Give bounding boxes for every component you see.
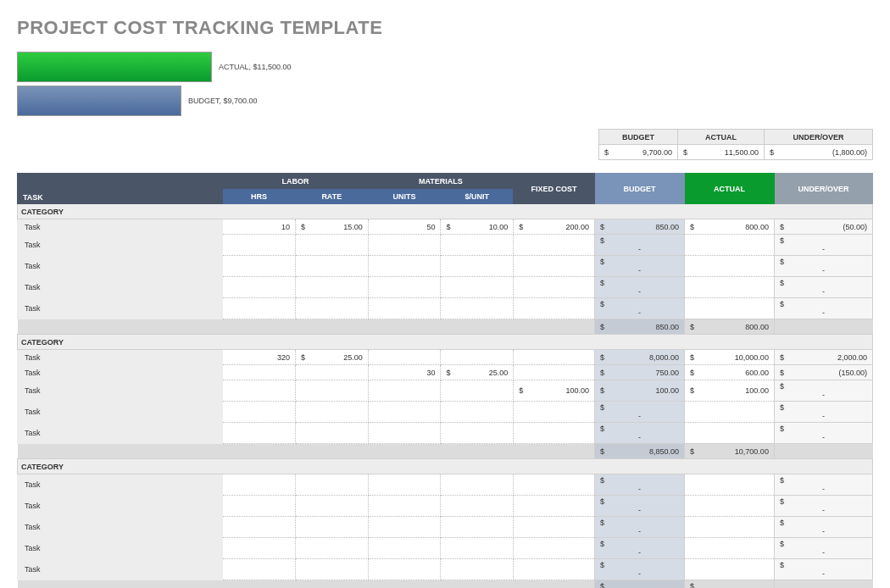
cell-rate[interactable] (295, 538, 368, 559)
cell-actual[interactable]: $600.00 (684, 365, 774, 380)
cell-budget: $- (595, 256, 685, 277)
cell-fixed[interactable] (514, 423, 595, 444)
cell-units[interactable] (368, 559, 441, 580)
cell-actual[interactable] (684, 256, 774, 277)
cell-units[interactable] (368, 350, 441, 365)
cell-perunit[interactable] (441, 402, 514, 423)
cell-units[interactable] (368, 423, 441, 444)
cell-rate[interactable]: $15.00 (295, 219, 368, 235)
subtotal-actual: $800.00 (684, 319, 774, 335)
cell-rate[interactable] (295, 380, 368, 402)
cell-hrs[interactable] (223, 559, 296, 580)
cell-perunit[interactable] (441, 538, 514, 559)
cell-hrs[interactable] (223, 298, 296, 319)
cell-fixed[interactable] (514, 517, 595, 538)
cell-hrs[interactable] (223, 380, 296, 402)
cell-fixed[interactable] (514, 365, 595, 380)
cell-actual[interactable] (684, 496, 774, 517)
cell-rate[interactable] (295, 402, 368, 423)
cell-hrs[interactable] (223, 235, 296, 256)
cell-units[interactable] (368, 256, 441, 277)
cell-rate[interactable] (295, 235, 368, 256)
cell-units[interactable] (368, 277, 441, 298)
cell-units[interactable] (368, 380, 441, 402)
cell-hrs[interactable] (223, 365, 296, 380)
cell-hrs[interactable] (223, 402, 296, 423)
cell-perunit[interactable] (441, 256, 514, 277)
cell-fixed[interactable] (514, 277, 595, 298)
cell-hrs[interactable] (223, 277, 296, 298)
cell-hrs[interactable] (223, 256, 296, 277)
cell-rate[interactable] (295, 559, 368, 580)
cell-units[interactable] (368, 402, 441, 423)
cell-actual[interactable]: $100.00 (684, 380, 774, 402)
cell-fixed[interactable] (514, 559, 595, 580)
cell-actual[interactable] (684, 538, 774, 559)
cell-units[interactable] (368, 496, 441, 517)
table-row: Task$100.00$100.00$100.00$- (18, 380, 873, 402)
cell-perunit[interactable] (441, 350, 514, 365)
cell-units[interactable]: 50 (368, 219, 441, 235)
cell-fixed[interactable] (514, 496, 595, 517)
cell-perunit[interactable] (441, 559, 514, 580)
cell-hrs[interactable] (223, 517, 296, 538)
cell-actual[interactable] (684, 517, 774, 538)
table-row: Task$-$- (18, 496, 873, 517)
cell-rate[interactable] (295, 517, 368, 538)
cell-rate[interactable]: $25.00 (295, 350, 368, 365)
cell-budget: $8,000.00 (595, 350, 685, 365)
cell-hrs[interactable]: 10 (223, 219, 296, 235)
cell-perunit[interactable] (441, 380, 514, 402)
summary-hdr-uo: UNDER/OVER (764, 130, 872, 145)
cell-actual[interactable]: $10,000.00 (684, 350, 774, 365)
cell-fixed[interactable] (514, 256, 595, 277)
cell-fixed[interactable] (514, 402, 595, 423)
cell-perunit[interactable] (441, 496, 514, 517)
cell-perunit[interactable]: $10.00 (441, 219, 514, 235)
cell-hrs[interactable] (223, 423, 296, 444)
cell-hrs[interactable] (223, 496, 296, 517)
cell-perunit[interactable]: $25.00 (441, 365, 514, 380)
cell-rate[interactable] (295, 423, 368, 444)
cell-fixed[interactable] (514, 298, 595, 319)
cell-actual[interactable] (684, 298, 774, 319)
cell-rate[interactable] (295, 365, 368, 380)
cell-units[interactable] (368, 474, 441, 496)
cell-units[interactable] (368, 235, 441, 256)
cell-actual[interactable] (684, 474, 774, 496)
cell-actual[interactable] (684, 277, 774, 298)
table-row: Task$-$- (18, 235, 873, 256)
cell-perunit[interactable] (441, 517, 514, 538)
cell-units[interactable] (368, 298, 441, 319)
cell-budget: $- (595, 517, 685, 538)
cell-perunit[interactable] (441, 474, 514, 496)
cell-actual[interactable]: $800.00 (684, 219, 774, 235)
cell-fixed[interactable]: $100.00 (514, 380, 595, 402)
cell-rate[interactable] (295, 474, 368, 496)
cell-rate[interactable] (295, 298, 368, 319)
cell-fixed[interactable] (514, 235, 595, 256)
cell-units[interactable] (368, 517, 441, 538)
cell-fixed[interactable] (514, 474, 595, 496)
cell-actual[interactable] (684, 423, 774, 444)
cell-perunit[interactable] (441, 423, 514, 444)
cell-rate[interactable] (295, 277, 368, 298)
cell-hrs[interactable] (223, 538, 296, 559)
cell-hrs[interactable] (223, 474, 296, 496)
cell-perunit[interactable] (441, 277, 514, 298)
cell-perunit[interactable] (441, 298, 514, 319)
cell-fixed[interactable] (514, 538, 595, 559)
cell-fixed[interactable] (514, 350, 595, 365)
cell-actual[interactable] (684, 235, 774, 256)
cell-perunit[interactable] (441, 235, 514, 256)
cell-hrs[interactable]: 320 (223, 350, 296, 365)
cell-fixed[interactable]: $200.00 (514, 219, 595, 235)
cell-rate[interactable] (295, 496, 368, 517)
cell-units[interactable] (368, 538, 441, 559)
summary-budget: $9,700.00 (599, 145, 678, 160)
cell-rate[interactable] (295, 256, 368, 277)
cell-actual[interactable] (684, 402, 774, 423)
hdr-units: UNITS (368, 189, 441, 204)
cell-actual[interactable] (684, 559, 774, 580)
cell-units[interactable]: 30 (368, 365, 441, 380)
